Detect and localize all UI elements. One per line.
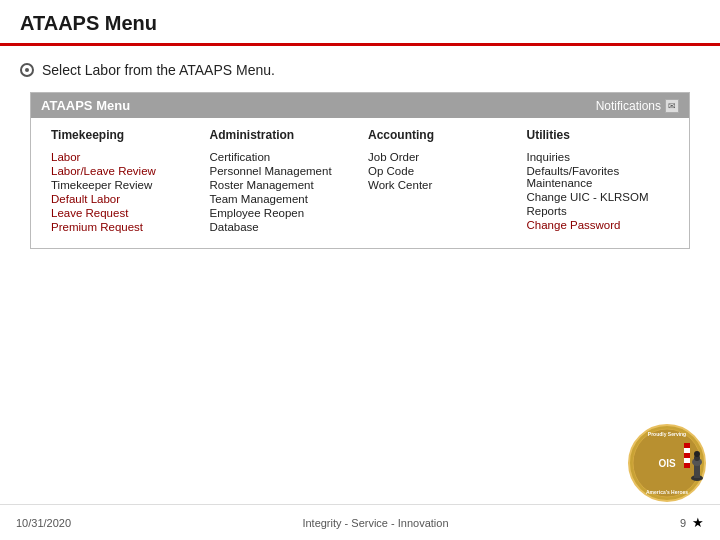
menu-item-work-center[interactable]: Work Center — [368, 178, 511, 192]
menu-item-personnel-management[interactable]: Personnel Management — [210, 164, 353, 178]
ataaps-box-header: ATAAPS Menu Notifications ✉ — [31, 93, 689, 118]
page-header: ATAAPS Menu — [0, 0, 720, 46]
menu-item-leave-request[interactable]: Leave Request — [51, 206, 194, 220]
col-header-administration: Administration — [210, 128, 353, 144]
menu-item-reports[interactable]: Reports — [527, 204, 670, 218]
instruction-label: Select Labor from the ATAAPS Menu. — [42, 62, 275, 78]
notifications-icon[interactable]: ✉ — [665, 99, 679, 113]
footer: 10/31/2020 Integrity - Service - Innovat… — [0, 504, 720, 540]
svg-rect-6 — [684, 448, 690, 453]
menu-item-default-labor[interactable]: Default Labor — [51, 192, 194, 206]
menu-box-wrapper: ATAAPS Menu Notifications ✉ Timekeeping … — [20, 92, 700, 249]
menu-item-team-management[interactable]: Team Management — [210, 192, 353, 206]
svg-rect-7 — [684, 453, 690, 458]
col-header-utilities: Utilities — [527, 128, 670, 144]
instruction-text: Select Labor from the ATAAPS Menu. — [20, 62, 700, 78]
col-header-accounting: Accounting — [368, 128, 511, 144]
svg-text:America's Heroes: America's Heroes — [646, 489, 688, 495]
menu-item-database[interactable]: Database — [210, 220, 353, 234]
menu-item-premium-request[interactable]: Premium Request — [51, 220, 194, 234]
svg-text:Proudly Serving: Proudly Serving — [648, 431, 686, 437]
column-administration: Administration Certification Personnel M… — [202, 128, 361, 234]
menu-item-certification[interactable]: Certification — [210, 150, 353, 164]
column-utilities: Utilities Inquiries Defaults/Favorites M… — [519, 128, 678, 234]
bullet-dot — [25, 68, 29, 72]
notifications-label: Notifications — [596, 99, 661, 113]
footer-page: 9 ★ — [680, 515, 704, 530]
svg-rect-8 — [684, 458, 690, 463]
svg-point-14 — [694, 451, 700, 457]
ataaps-box-title: ATAAPS Menu — [41, 98, 130, 113]
page-number: 9 — [680, 517, 686, 529]
main-content: Select Labor from the ATAAPS Menu. ATAAP… — [0, 46, 720, 265]
menu-item-job-order[interactable]: Job Order — [368, 150, 511, 164]
bullet-icon — [20, 63, 34, 77]
svg-text:OIS: OIS — [658, 458, 676, 469]
menu-content: Timekeeping Labor Labor/Leave Review Tim… — [31, 118, 689, 248]
ataaps-menu-box: ATAAPS Menu Notifications ✉ Timekeeping … — [30, 92, 690, 249]
svg-rect-9 — [684, 463, 690, 468]
menu-item-roster-management[interactable]: Roster Management — [210, 178, 353, 192]
svg-rect-5 — [684, 443, 690, 448]
col-header-timekeeping: Timekeeping — [51, 128, 194, 144]
notifications-area[interactable]: Notifications ✉ — [596, 99, 679, 113]
seal-svg: Proudly Serving America's Heroes OIS — [622, 418, 712, 508]
menu-item-change-uic[interactable]: Change UIC - KLRSOM — [527, 190, 670, 204]
menu-item-employee-reopen[interactable]: Employee Reopen — [210, 206, 353, 220]
column-accounting: Accounting Job Order Op Code Work Center — [360, 128, 519, 234]
page-title: ATAAPS Menu — [20, 12, 700, 35]
menu-item-op-code[interactable]: Op Code — [368, 164, 511, 178]
star-icon: ★ — [692, 515, 704, 530]
menu-item-inquiries[interactable]: Inquiries — [527, 150, 670, 164]
footer-tagline: Integrity - Service - Innovation — [302, 517, 448, 529]
seal-area: Proudly Serving America's Heroes OIS — [622, 418, 702, 498]
menu-item-labor[interactable]: Labor — [51, 150, 194, 164]
menu-item-change-password[interactable]: Change Password — [527, 218, 670, 232]
column-timekeeping: Timekeeping Labor Labor/Leave Review Tim… — [43, 128, 202, 234]
menu-item-labor-leave-review[interactable]: Labor/Leave Review — [51, 164, 194, 178]
menu-item-defaults-favorites[interactable]: Defaults/Favorites Maintenance — [527, 164, 670, 190]
menu-item-timekeeper-review[interactable]: Timekeeper Review — [51, 178, 194, 192]
footer-date: 10/31/2020 — [16, 517, 71, 529]
